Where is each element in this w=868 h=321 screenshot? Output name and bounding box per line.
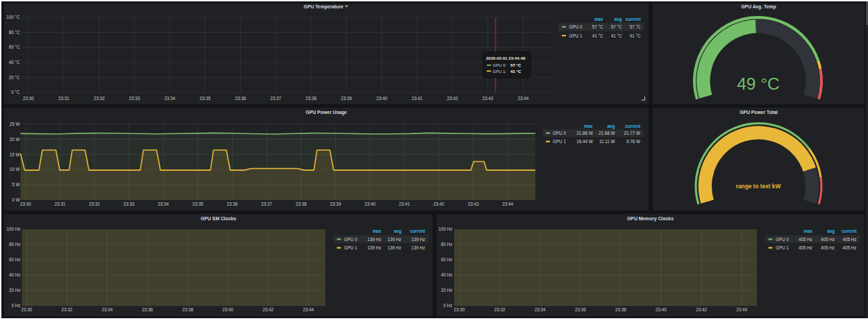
svg-text:20 Hz: 20 Hz bbox=[441, 288, 452, 293]
svg-text:23:32: 23:32 bbox=[494, 307, 506, 312]
svg-text:23:30: 23:30 bbox=[22, 307, 33, 312]
svg-text:GPU Power Total: GPU Power Total bbox=[740, 110, 778, 115]
svg-text:max: max bbox=[594, 17, 603, 22]
svg-text:41 °C: 41 °C bbox=[611, 33, 622, 38]
svg-text:avg: avg bbox=[615, 17, 622, 22]
svg-text:139 Hz: 139 Hz bbox=[367, 237, 381, 242]
svg-text:GPU Avg. Temp: GPU Avg. Temp bbox=[741, 4, 776, 10]
svg-text:23:39: 23:39 bbox=[330, 201, 341, 206]
svg-text:23:38: 23:38 bbox=[615, 307, 626, 312]
svg-text:current: current bbox=[626, 17, 642, 22]
svg-text:25 W: 25 W bbox=[10, 122, 20, 126]
svg-text:40 °C: 40 °C bbox=[9, 60, 20, 65]
svg-text:GPU 0: GPU 0 bbox=[553, 131, 566, 135]
svg-text:GPU Temperature: GPU Temperature bbox=[303, 4, 344, 10]
svg-text:2020-05-01 23:44:48: 2020-05-01 23:44:48 bbox=[486, 56, 526, 60]
svg-text:20 W: 20 W bbox=[10, 137, 20, 142]
svg-text:23:36: 23:36 bbox=[227, 201, 238, 206]
svg-text:23:33: 23:33 bbox=[124, 201, 135, 206]
svg-text:GPU 1: GPU 1 bbox=[569, 33, 583, 38]
svg-text:5 W: 5 W bbox=[12, 182, 19, 187]
svg-text:21.77 W: 21.77 W bbox=[624, 131, 641, 135]
svg-text:GPU 0: GPU 0 bbox=[776, 237, 789, 242]
svg-text:23:33: 23:33 bbox=[129, 96, 140, 101]
svg-text:49 °C: 49 °C bbox=[737, 74, 780, 93]
svg-text:range to text kW: range to text kW bbox=[736, 183, 781, 190]
svg-text:23:34: 23:34 bbox=[158, 201, 169, 206]
svg-text:0 °C: 0 °C bbox=[11, 90, 20, 94]
svg-text:57 °C: 57 °C bbox=[611, 24, 622, 29]
svg-text:139 Hz: 139 Hz bbox=[367, 245, 381, 250]
svg-text:current: current bbox=[410, 229, 426, 233]
svg-text:41 °C: 41 °C bbox=[592, 33, 603, 38]
svg-text:23:34: 23:34 bbox=[535, 307, 546, 312]
svg-text:23:41: 23:41 bbox=[412, 96, 423, 101]
svg-text:40 Hz: 40 Hz bbox=[441, 272, 452, 277]
svg-text:23:43: 23:43 bbox=[483, 96, 494, 101]
svg-text:15 W: 15 W bbox=[10, 152, 20, 157]
svg-text:21.68 W: 21.68 W bbox=[599, 131, 615, 135]
svg-text:23:35: 23:35 bbox=[192, 201, 203, 206]
svg-text:GPU 1: GPU 1 bbox=[344, 245, 358, 250]
svg-text:GPU 0: GPU 0 bbox=[344, 237, 358, 242]
svg-text:0 Hz: 0 Hz bbox=[444, 303, 453, 308]
svg-text:60 Hz: 60 Hz bbox=[441, 257, 452, 262]
svg-text:23:36: 23:36 bbox=[575, 307, 586, 312]
svg-text:23:31: 23:31 bbox=[55, 201, 66, 206]
svg-text:11.11 W: 11.11 W bbox=[599, 139, 615, 144]
svg-text:23:30: 23:30 bbox=[454, 307, 465, 312]
svg-text:23:36: 23:36 bbox=[142, 307, 153, 312]
svg-text:100 Hz: 100 Hz bbox=[7, 227, 21, 231]
svg-text:57 °C: 57 °C bbox=[592, 24, 603, 29]
svg-text:23:31: 23:31 bbox=[58, 96, 69, 101]
svg-text:0 Hz: 0 Hz bbox=[12, 303, 21, 308]
svg-text:avg: avg bbox=[608, 124, 615, 129]
svg-text:avg: avg bbox=[827, 229, 835, 234]
svg-text:40 Hz: 40 Hz bbox=[9, 272, 20, 277]
svg-text:20 °C: 20 °C bbox=[9, 75, 20, 80]
svg-text:23:38: 23:38 bbox=[306, 96, 317, 101]
svg-text:23:37: 23:37 bbox=[270, 96, 281, 101]
svg-text:GPU 1:: GPU 1: bbox=[493, 69, 507, 74]
svg-text:23:40: 23:40 bbox=[365, 201, 376, 206]
svg-text:100 Hz: 100 Hz bbox=[439, 227, 453, 231]
svg-text:GPU Power Usage: GPU Power Usage bbox=[306, 110, 347, 115]
svg-text:405 Hz: 405 Hz bbox=[799, 245, 812, 250]
svg-text:80 °C: 80 °C bbox=[9, 30, 20, 35]
svg-text:10 W: 10 W bbox=[10, 167, 20, 172]
svg-text:23:36: 23:36 bbox=[235, 96, 246, 101]
svg-text:139 Hz: 139 Hz bbox=[387, 237, 401, 242]
svg-text:57 °C: 57 °C bbox=[510, 63, 521, 67]
svg-text:23:42: 23:42 bbox=[433, 201, 444, 206]
svg-text:23:39: 23:39 bbox=[341, 96, 352, 101]
svg-text:23:32: 23:32 bbox=[89, 201, 100, 206]
svg-text:405 Hz: 405 Hz bbox=[843, 237, 857, 242]
svg-text:9.76 W: 9.76 W bbox=[626, 139, 640, 144]
svg-text:GPU SM Clocks: GPU SM Clocks bbox=[201, 216, 236, 221]
svg-text:GPU 0:: GPU 0: bbox=[493, 63, 507, 67]
svg-text:23:42: 23:42 bbox=[696, 307, 707, 312]
svg-text:23:34: 23:34 bbox=[102, 307, 113, 312]
svg-text:23:42: 23:42 bbox=[447, 96, 458, 101]
svg-text:23:37: 23:37 bbox=[261, 201, 272, 206]
svg-text:23:30: 23:30 bbox=[20, 201, 31, 206]
svg-text:max: max bbox=[372, 229, 381, 233]
svg-text:avg: avg bbox=[394, 229, 401, 234]
svg-text:21.86 W: 21.86 W bbox=[576, 131, 593, 135]
svg-text:23:30: 23:30 bbox=[23, 96, 34, 101]
svg-text:current: current bbox=[625, 124, 641, 129]
svg-text:139 Hz: 139 Hz bbox=[411, 237, 425, 242]
svg-text:80 Hz: 80 Hz bbox=[441, 242, 452, 247]
svg-text:405 Hz: 405 Hz bbox=[821, 237, 835, 242]
svg-text:60 °C: 60 °C bbox=[9, 44, 20, 49]
svg-text:41 °C: 41 °C bbox=[630, 33, 641, 38]
svg-text:60 Hz: 60 Hz bbox=[9, 257, 20, 262]
svg-text:23:34: 23:34 bbox=[165, 96, 176, 101]
svg-text:139 Hz: 139 Hz bbox=[411, 245, 425, 250]
svg-text:23:32: 23:32 bbox=[62, 307, 73, 312]
svg-text:20 Hz: 20 Hz bbox=[9, 288, 20, 293]
svg-text:GPU 1: GPU 1 bbox=[776, 245, 789, 250]
svg-text:405 Hz: 405 Hz bbox=[799, 237, 812, 242]
svg-text:23:44: 23:44 bbox=[736, 307, 747, 312]
svg-text:16.44 W: 16.44 W bbox=[576, 139, 593, 144]
